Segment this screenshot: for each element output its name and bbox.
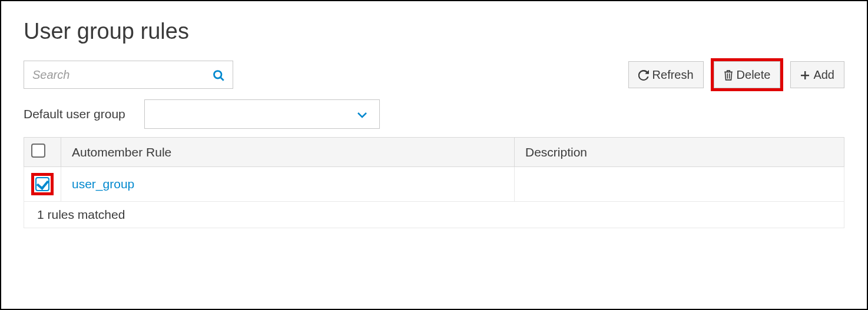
- trash-icon: [724, 69, 733, 81]
- select-all-checkbox[interactable]: [31, 144, 45, 158]
- action-buttons: Refresh Delete: [628, 58, 844, 91]
- row-rule-cell: user_group: [61, 167, 515, 202]
- rule-link[interactable]: user_group: [72, 177, 134, 191]
- row-checkbox-highlight: [31, 173, 54, 195]
- add-label: Add: [813, 68, 834, 82]
- search-input[interactable]: [32, 68, 213, 82]
- table-row: user_group: [24, 167, 844, 202]
- row-description-cell: [515, 167, 844, 202]
- refresh-label: Refresh: [652, 68, 694, 82]
- row-checkbox[interactable]: [35, 177, 49, 191]
- table-footer: 1 rules matched: [24, 202, 844, 228]
- refresh-icon: [638, 69, 649, 81]
- header-description: Description: [515, 138, 844, 167]
- page-title: User group rules: [24, 19, 844, 44]
- select-all-header[interactable]: [24, 138, 61, 167]
- default-group-label: Default user group: [24, 107, 125, 121]
- toolbar: Refresh Delete: [24, 58, 844, 91]
- default-group-row: Default user group: [24, 99, 844, 129]
- delete-button[interactable]: Delete: [714, 61, 781, 88]
- refresh-button[interactable]: Refresh: [628, 61, 704, 88]
- delete-label: Delete: [737, 68, 771, 82]
- table-footer-row: 1 rules matched: [24, 202, 844, 228]
- delete-highlight: Delete: [711, 58, 784, 91]
- default-group-select[interactable]: [144, 99, 380, 129]
- svg-rect-3: [801, 75, 809, 76]
- chevron-down-icon: [357, 109, 367, 119]
- row-checkbox-cell[interactable]: [24, 167, 61, 202]
- table-header-row: Automember Rule Description: [24, 138, 844, 167]
- svg-line-1: [221, 78, 224, 81]
- header-rule: Automember Rule: [61, 138, 515, 167]
- search-box[interactable]: [24, 61, 233, 89]
- svg-point-0: [214, 71, 222, 79]
- plus-icon: [800, 69, 810, 81]
- rules-table: Automember Rule Description user_group 1…: [24, 137, 844, 228]
- search-icon[interactable]: [213, 68, 224, 82]
- add-button[interactable]: Add: [790, 61, 844, 88]
- app-frame: User group rules Refresh: [0, 0, 868, 310]
